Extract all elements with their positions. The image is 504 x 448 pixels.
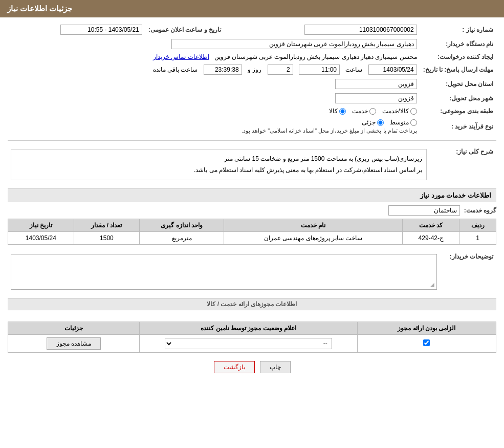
remaining-label: ساعت باقی مانده [153, 66, 198, 73]
process-note: پرداخت تمام یا بخشی از مبلغ خرید،از محل … [11, 127, 417, 134]
need-description-label: شرح کلی نیاز: [430, 145, 496, 184]
announcement-datetime-input[interactable] [60, 25, 142, 35]
radio-goods: کالا [329, 108, 346, 115]
service-row-1-date: 1403/05/24 [8, 232, 74, 245]
service-row-1-code: ج-42-429 [403, 232, 459, 245]
resize-icon: ◢ [430, 282, 434, 287]
view-permit-button[interactable]: مشاهده مجوز [47, 337, 101, 350]
service-row-1-unit: مترمربع [140, 232, 224, 245]
page-wrapper: جزئیات اطلاعات نیاز شماره نیاز : تاریخ و… [0, 0, 504, 448]
permit-row-1: -- مشاهده مجوز [8, 335, 496, 353]
page-header: جزئیات اطلاعات نیاز [0, 0, 504, 17]
response-deadline-label: مهلت ارسال پاسخ: تا تاریخ: [420, 62, 496, 77]
radio-goods-label: کالا [329, 108, 338, 115]
print-button[interactable]: چاپ [260, 361, 291, 373]
service-row-1: 1 ج-42-429 ساخت سایر پروژه‌های مهندسی عم… [8, 232, 496, 245]
response-deadline-row: ساعت روز و ساعت باقی مانده [8, 62, 420, 77]
response-time-input[interactable] [299, 65, 340, 75]
radio-goods-service-input[interactable] [410, 108, 417, 115]
permits-table: الزامی بودن ارائه مجوز اعلام وضعیت مجوز … [8, 322, 496, 353]
radio-service-input[interactable] [369, 108, 376, 115]
requester-value: محسن سیمباری دهیار دهیاری سیمبار بخش رود… [8, 51, 420, 62]
need-number-value [234, 23, 420, 37]
buyer-org-value [8, 37, 420, 51]
radio-partial-label: جزئی [362, 119, 376, 126]
category-options: کالا/خدمت خدمت کالا [8, 105, 420, 117]
services-table: ردیف کد خدمت نام خدمت واحد اندازه گیری ت… [8, 219, 496, 245]
contact-link[interactable]: اطلاعات تماس خریدار [153, 53, 209, 60]
process-label: نوع فرآیند خرید : [420, 117, 496, 136]
need-description-table: شرح کلی نیاز: زیرسازی(ساب بیس ریزی) به م… [8, 145, 496, 184]
buyer-remarks-area: ◢ [11, 254, 437, 290]
buyer-org-input[interactable] [171, 39, 417, 49]
permit-col-details: جزئیات [8, 322, 140, 335]
col-service-code: کد خدمت [403, 219, 459, 232]
permit-col-status: اعلام وضعیت مجوز توسط نامین کننده [140, 322, 357, 335]
service-row-1-name: ساخت سایر پروژه‌های مهندسی عمران [224, 232, 402, 245]
city-value [8, 91, 420, 105]
radio-medium-label: متوسط [390, 119, 409, 126]
category-label: طبقه بندی موضوعی: [420, 105, 496, 117]
buyer-remarks-cell: ◢ [8, 250, 440, 294]
service-group-row: گروه خدمت: [8, 205, 496, 216]
service-row-1-quantity: 1500 [74, 232, 140, 245]
permit-row-1-details: مشاهده مجوز [8, 335, 140, 353]
city-label: شهر محل تحویل: [420, 91, 496, 105]
need-number-label: شماره نیاز : [420, 23, 496, 37]
service-group-input[interactable] [388, 205, 460, 216]
province-input[interactable] [335, 79, 417, 89]
response-days-input[interactable] [268, 65, 293, 75]
province-label: استان محل تحویل: [420, 77, 496, 91]
col-service-name: نام خدمت [224, 219, 402, 232]
radio-service-label: خدمت [352, 108, 368, 115]
radio-medium-input[interactable] [410, 119, 417, 126]
radio-goods-input[interactable] [339, 108, 346, 115]
radio-goods-service: کالا/خدمت [382, 108, 417, 115]
footer-buttons: چاپ بازگشت [8, 361, 496, 373]
day-unit-label: روز و [248, 66, 261, 73]
col-row-num: ردیف [459, 219, 496, 232]
page-title: جزئیات اطلاعات نیاز [7, 4, 72, 13]
time-label: ساعت [345, 66, 362, 73]
main-info-table: شماره نیاز : تاریخ و ساعت اعلان عمومی: ن… [8, 23, 496, 136]
radio-medium: متوسط [390, 119, 417, 126]
response-date-input[interactable] [368, 65, 417, 75]
permit-row-1-status: -- [140, 335, 357, 353]
response-remaining-input[interactable] [204, 65, 242, 75]
content-area: شماره نیاز : تاریخ و ساعت اعلان عمومی: ن… [0, 17, 504, 387]
need-number-input[interactable] [304, 25, 417, 35]
announcement-datetime-value [8, 23, 145, 37]
back-button[interactable]: بازگشت [214, 361, 255, 373]
radio-service: خدمت [352, 108, 376, 115]
permits-section-title: اطلاعات مجوزهای ارائه خدمت / کالا [8, 298, 496, 310]
buyer-remarks-table: توضیحات خریدار: ◢ [8, 250, 496, 294]
permit-status-select[interactable]: -- [165, 338, 332, 349]
separator-1 [8, 140, 496, 141]
service-group-label: گروه خدمت: [464, 207, 496, 214]
col-quantity: تعداد / مقدار [74, 219, 140, 232]
need-description-cell: زیرسازی(ساب بیس ریزی) به مساحت 1500 متر … [8, 145, 430, 184]
announcement-datetime-label: تاریخ و ساعت اعلان عمومی: [145, 23, 224, 37]
radio-partial: جزئی [362, 119, 384, 126]
radio-partial-input[interactable] [377, 119, 384, 126]
col-date: تاریخ نیاز [8, 219, 74, 232]
buyer-org-label: نام دستگاه خریدار: [420, 37, 496, 51]
col-unit: واحد اندازه گیری [140, 219, 224, 232]
permit-required-checkbox[interactable] [423, 339, 430, 346]
process-options: متوسط جزئی پرداخت تمام یا بخشی از مبلغ خ… [8, 117, 420, 136]
buyer-remarks-label: توضیحات خریدار: [440, 250, 496, 294]
requester-label: ایجاد کننده درخواست: [420, 51, 496, 62]
need-description-content: زیرسازی(ساب بیس ریزی) به مساحت 1500 متر … [11, 149, 427, 180]
permit-row-1-required [357, 335, 496, 353]
radio-goods-service-label: کالا/خدمت [382, 108, 408, 115]
province-value [8, 77, 420, 91]
service-row-1-num: 1 [459, 232, 496, 245]
permit-col-required: الزامی بودن ارائه مجوز [357, 322, 496, 335]
requester-text: محسن سیمباری دهیار دهیاری سیمبار بخش رود… [214, 53, 417, 60]
services-section-title: اطلاعات خدمات مورد نیاز [8, 188, 496, 202]
need-description-text: زیرسازی(ساب بیس ریزی) به مساحت 1500 متر … [194, 155, 422, 174]
city-input[interactable] [335, 93, 417, 103]
